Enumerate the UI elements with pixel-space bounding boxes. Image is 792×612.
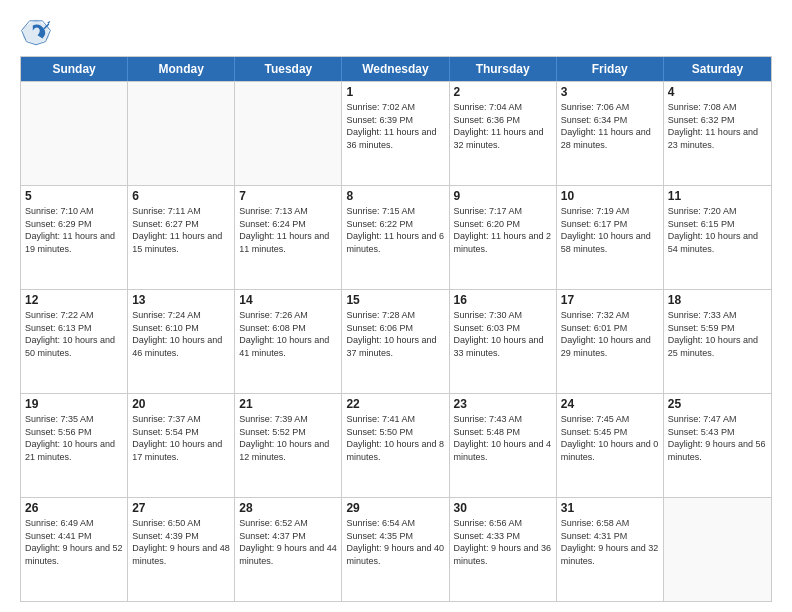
- calendar-cell: 30Sunrise: 6:56 AMSunset: 4:33 PMDayligh…: [450, 498, 557, 601]
- calendar-row: 12Sunrise: 7:22 AMSunset: 6:13 PMDayligh…: [21, 289, 771, 393]
- calendar-cell: 5Sunrise: 7:10 AMSunset: 6:29 PMDaylight…: [21, 186, 128, 289]
- calendar-cell: 1Sunrise: 7:02 AMSunset: 6:39 PMDaylight…: [342, 82, 449, 185]
- day-info: Sunrise: 7:13 AMSunset: 6:24 PMDaylight:…: [239, 205, 337, 255]
- day-number: 21: [239, 397, 337, 411]
- calendar-cell: 31Sunrise: 6:58 AMSunset: 4:31 PMDayligh…: [557, 498, 664, 601]
- day-number: 18: [668, 293, 767, 307]
- day-number: 5: [25, 189, 123, 203]
- day-info: Sunrise: 6:50 AMSunset: 4:39 PMDaylight:…: [132, 517, 230, 567]
- calendar-cell: 17Sunrise: 7:32 AMSunset: 6:01 PMDayligh…: [557, 290, 664, 393]
- day-number: 20: [132, 397, 230, 411]
- calendar-cell: [235, 82, 342, 185]
- calendar: SundayMondayTuesdayWednesdayThursdayFrid…: [20, 56, 772, 602]
- calendar-cell: [128, 82, 235, 185]
- day-info: Sunrise: 7:26 AMSunset: 6:08 PMDaylight:…: [239, 309, 337, 359]
- day-info: Sunrise: 7:19 AMSunset: 6:17 PMDaylight:…: [561, 205, 659, 255]
- calendar-row: 1Sunrise: 7:02 AMSunset: 6:39 PMDaylight…: [21, 81, 771, 185]
- calendar-cell: 12Sunrise: 7:22 AMSunset: 6:13 PMDayligh…: [21, 290, 128, 393]
- calendar-cell: 3Sunrise: 7:06 AMSunset: 6:34 PMDaylight…: [557, 82, 664, 185]
- weekday-header: Monday: [128, 57, 235, 81]
- day-info: Sunrise: 7:35 AMSunset: 5:56 PMDaylight:…: [25, 413, 123, 463]
- header: [20, 16, 772, 48]
- day-number: 14: [239, 293, 337, 307]
- calendar-row: 5Sunrise: 7:10 AMSunset: 6:29 PMDaylight…: [21, 185, 771, 289]
- day-number: 28: [239, 501, 337, 515]
- day-number: 3: [561, 85, 659, 99]
- day-info: Sunrise: 7:20 AMSunset: 6:15 PMDaylight:…: [668, 205, 767, 255]
- day-info: Sunrise: 7:06 AMSunset: 6:34 PMDaylight:…: [561, 101, 659, 151]
- calendar-cell: 14Sunrise: 7:26 AMSunset: 6:08 PMDayligh…: [235, 290, 342, 393]
- calendar-row: 26Sunrise: 6:49 AMSunset: 4:41 PMDayligh…: [21, 497, 771, 601]
- day-info: Sunrise: 6:56 AMSunset: 4:33 PMDaylight:…: [454, 517, 552, 567]
- calendar-cell: 18Sunrise: 7:33 AMSunset: 5:59 PMDayligh…: [664, 290, 771, 393]
- weekday-header: Thursday: [450, 57, 557, 81]
- day-info: Sunrise: 7:30 AMSunset: 6:03 PMDaylight:…: [454, 309, 552, 359]
- calendar-cell: [664, 498, 771, 601]
- day-number: 31: [561, 501, 659, 515]
- day-number: 13: [132, 293, 230, 307]
- day-info: Sunrise: 7:32 AMSunset: 6:01 PMDaylight:…: [561, 309, 659, 359]
- day-number: 11: [668, 189, 767, 203]
- calendar-cell: 24Sunrise: 7:45 AMSunset: 5:45 PMDayligh…: [557, 394, 664, 497]
- day-info: Sunrise: 6:52 AMSunset: 4:37 PMDaylight:…: [239, 517, 337, 567]
- day-info: Sunrise: 7:08 AMSunset: 6:32 PMDaylight:…: [668, 101, 767, 151]
- day-number: 12: [25, 293, 123, 307]
- day-info: Sunrise: 7:43 AMSunset: 5:48 PMDaylight:…: [454, 413, 552, 463]
- calendar-cell: 19Sunrise: 7:35 AMSunset: 5:56 PMDayligh…: [21, 394, 128, 497]
- day-info: Sunrise: 7:24 AMSunset: 6:10 PMDaylight:…: [132, 309, 230, 359]
- day-info: Sunrise: 7:04 AMSunset: 6:36 PMDaylight:…: [454, 101, 552, 151]
- day-number: 30: [454, 501, 552, 515]
- day-info: Sunrise: 7:41 AMSunset: 5:50 PMDaylight:…: [346, 413, 444, 463]
- day-number: 16: [454, 293, 552, 307]
- day-number: 29: [346, 501, 444, 515]
- day-info: Sunrise: 7:47 AMSunset: 5:43 PMDaylight:…: [668, 413, 767, 463]
- calendar-cell: 11Sunrise: 7:20 AMSunset: 6:15 PMDayligh…: [664, 186, 771, 289]
- calendar-cell: 10Sunrise: 7:19 AMSunset: 6:17 PMDayligh…: [557, 186, 664, 289]
- day-number: 4: [668, 85, 767, 99]
- day-info: Sunrise: 7:22 AMSunset: 6:13 PMDaylight:…: [25, 309, 123, 359]
- calendar-cell: 23Sunrise: 7:43 AMSunset: 5:48 PMDayligh…: [450, 394, 557, 497]
- day-number: 26: [25, 501, 123, 515]
- calendar-cell: 29Sunrise: 6:54 AMSunset: 4:35 PMDayligh…: [342, 498, 449, 601]
- calendar-cell: 26Sunrise: 6:49 AMSunset: 4:41 PMDayligh…: [21, 498, 128, 601]
- day-info: Sunrise: 7:39 AMSunset: 5:52 PMDaylight:…: [239, 413, 337, 463]
- calendar-cell: 7Sunrise: 7:13 AMSunset: 6:24 PMDaylight…: [235, 186, 342, 289]
- weekday-header: Friday: [557, 57, 664, 81]
- day-info: Sunrise: 7:37 AMSunset: 5:54 PMDaylight:…: [132, 413, 230, 463]
- day-info: Sunrise: 7:11 AMSunset: 6:27 PMDaylight:…: [132, 205, 230, 255]
- day-info: Sunrise: 6:54 AMSunset: 4:35 PMDaylight:…: [346, 517, 444, 567]
- day-info: Sunrise: 7:17 AMSunset: 6:20 PMDaylight:…: [454, 205, 552, 255]
- day-number: 23: [454, 397, 552, 411]
- day-info: Sunrise: 7:28 AMSunset: 6:06 PMDaylight:…: [346, 309, 444, 359]
- calendar-cell: 2Sunrise: 7:04 AMSunset: 6:36 PMDaylight…: [450, 82, 557, 185]
- calendar-header: SundayMondayTuesdayWednesdayThursdayFrid…: [21, 57, 771, 81]
- calendar-row: 19Sunrise: 7:35 AMSunset: 5:56 PMDayligh…: [21, 393, 771, 497]
- calendar-cell: 9Sunrise: 7:17 AMSunset: 6:20 PMDaylight…: [450, 186, 557, 289]
- day-info: Sunrise: 7:10 AMSunset: 6:29 PMDaylight:…: [25, 205, 123, 255]
- calendar-cell: 16Sunrise: 7:30 AMSunset: 6:03 PMDayligh…: [450, 290, 557, 393]
- calendar-cell: 15Sunrise: 7:28 AMSunset: 6:06 PMDayligh…: [342, 290, 449, 393]
- day-number: 15: [346, 293, 444, 307]
- calendar-cell: 21Sunrise: 7:39 AMSunset: 5:52 PMDayligh…: [235, 394, 342, 497]
- calendar-body: 1Sunrise: 7:02 AMSunset: 6:39 PMDaylight…: [21, 81, 771, 601]
- day-number: 24: [561, 397, 659, 411]
- day-info: Sunrise: 6:49 AMSunset: 4:41 PMDaylight:…: [25, 517, 123, 567]
- day-number: 22: [346, 397, 444, 411]
- day-number: 8: [346, 189, 444, 203]
- day-number: 2: [454, 85, 552, 99]
- day-info: Sunrise: 7:45 AMSunset: 5:45 PMDaylight:…: [561, 413, 659, 463]
- day-info: Sunrise: 6:58 AMSunset: 4:31 PMDaylight:…: [561, 517, 659, 567]
- day-info: Sunrise: 7:15 AMSunset: 6:22 PMDaylight:…: [346, 205, 444, 255]
- day-number: 27: [132, 501, 230, 515]
- calendar-cell: 8Sunrise: 7:15 AMSunset: 6:22 PMDaylight…: [342, 186, 449, 289]
- calendar-cell: [21, 82, 128, 185]
- day-number: 9: [454, 189, 552, 203]
- calendar-cell: 6Sunrise: 7:11 AMSunset: 6:27 PMDaylight…: [128, 186, 235, 289]
- day-number: 6: [132, 189, 230, 203]
- calendar-cell: 4Sunrise: 7:08 AMSunset: 6:32 PMDaylight…: [664, 82, 771, 185]
- day-number: 10: [561, 189, 659, 203]
- day-number: 7: [239, 189, 337, 203]
- calendar-cell: 22Sunrise: 7:41 AMSunset: 5:50 PMDayligh…: [342, 394, 449, 497]
- calendar-cell: 20Sunrise: 7:37 AMSunset: 5:54 PMDayligh…: [128, 394, 235, 497]
- weekday-header: Wednesday: [342, 57, 449, 81]
